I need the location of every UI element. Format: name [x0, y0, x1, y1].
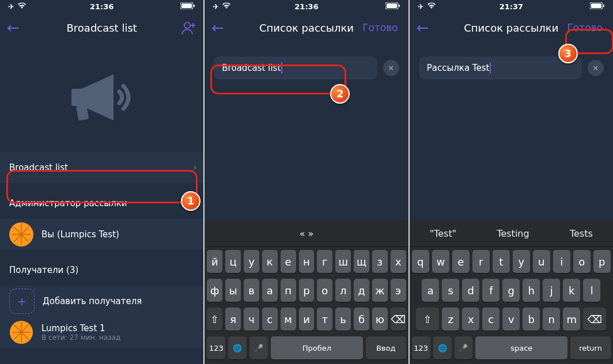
numbers-key[interactable]: 123	[412, 336, 430, 359]
key-з[interactable]: з	[372, 250, 388, 273]
key-x[interactable]: x	[462, 308, 479, 331]
key-о[interactable]: о	[317, 279, 332, 302]
key-t[interactable]: t	[493, 250, 510, 273]
globe-key[interactable]: 🌐	[433, 336, 452, 359]
key-p[interactable]: p	[593, 250, 611, 273]
key-m[interactable]: m	[563, 308, 580, 331]
key-n[interactable]: n	[543, 308, 560, 331]
key-d[interactable]: d	[462, 279, 479, 302]
clear-button[interactable]: ✕	[383, 60, 399, 76]
suggestion-bar[interactable]: "Test" Testing Tests	[410, 220, 613, 247]
key-п[interactable]: п	[281, 279, 296, 302]
key-ж[interactable]: ж	[372, 279, 388, 302]
key-a[interactable]: a	[422, 279, 439, 302]
back-button[interactable]: ←	[7, 19, 20, 36]
key-f[interactable]: f	[482, 279, 500, 302]
chevron-right-icon: ›	[193, 162, 196, 173]
key-й[interactable]: й	[207, 250, 222, 273]
key-э[interactable]: э	[391, 279, 406, 302]
add-recipient-label: Добавить получателя	[43, 296, 142, 306]
key-v[interactable]: v	[502, 308, 520, 331]
key-в[interactable]: в	[244, 279, 259, 302]
key-л[interactable]: л	[335, 279, 351, 302]
return-key[interactable]: Ввод	[366, 336, 406, 359]
key-g[interactable]: g	[502, 279, 520, 302]
backspace-key[interactable]: ⌫	[391, 308, 406, 331]
sugg-1[interactable]: "Test"	[430, 228, 456, 239]
key-р[interactable]: р	[299, 279, 315, 302]
recipient-status: В сети: 27 мин. назад	[41, 333, 120, 342]
numbers-key[interactable]: 123	[207, 336, 225, 359]
key-ь[interactable]: ь	[335, 308, 351, 331]
key-w[interactable]: w	[432, 250, 449, 273]
mic-key[interactable]: 🎤	[249, 336, 268, 359]
recipient-row[interactable]: Lumpics Test 1 В сети: 27 мин. назад	[0, 317, 203, 348]
key-z[interactable]: z	[442, 308, 459, 331]
key-н[interactable]: н	[299, 250, 315, 273]
space-key[interactable]: space	[475, 336, 567, 359]
name-input[interactable]: Рассылка Test	[419, 56, 582, 79]
space-key[interactable]: Пробел	[271, 336, 363, 359]
sugg-3[interactable]: Tests	[570, 228, 593, 239]
clear-button[interactable]: ✕	[588, 60, 604, 76]
done-button[interactable]: Готово	[359, 20, 402, 35]
admin-row[interactable]: Вы (Lumpics Test)	[0, 219, 203, 250]
back-button[interactable]: ←	[211, 19, 224, 36]
list-name-row[interactable]: Broadcast list ›	[0, 152, 203, 183]
key-щ[interactable]: щ	[354, 250, 369, 273]
key-c[interactable]: c	[482, 308, 500, 331]
key-к[interactable]: к	[262, 250, 278, 273]
key-а[interactable]: а	[262, 279, 278, 302]
key-y[interactable]: y	[513, 250, 530, 273]
key-ф[interactable]: ф	[207, 279, 222, 302]
key-j[interactable]: j	[543, 279, 560, 302]
key-и[interactable]: и	[299, 308, 315, 331]
key-я[interactable]: я	[225, 308, 241, 331]
key-ю[interactable]: ю	[372, 308, 388, 331]
key-б[interactable]: б	[354, 308, 369, 331]
backspace-key[interactable]: ⌫	[583, 308, 606, 331]
key-г[interactable]: г	[317, 250, 332, 273]
key-e[interactable]: e	[452, 250, 470, 273]
key-ы[interactable]: ы	[225, 279, 241, 302]
key-ц[interactable]: ц	[225, 250, 241, 273]
wifi-icon	[17, 2, 27, 11]
key-u[interactable]: u	[533, 250, 550, 273]
done-button[interactable]: Готово	[563, 20, 606, 35]
key-д[interactable]: д	[354, 279, 369, 302]
key-q[interactable]: q	[412, 250, 429, 273]
shift-key[interactable]: ⇧	[416, 308, 439, 331]
back-button[interactable]: ←	[417, 19, 429, 36]
key-м[interactable]: м	[281, 308, 296, 331]
key-b[interactable]: b	[523, 308, 540, 331]
add-recipient-row[interactable]: + Добавить получателя	[0, 286, 203, 317]
svg-rect-4	[71, 89, 84, 106]
key-х[interactable]: х	[391, 250, 406, 273]
add-person-button[interactable]	[181, 21, 196, 35]
key-o[interactable]: o	[573, 250, 591, 273]
return-key[interactable]: return	[570, 336, 611, 359]
key-r[interactable]: r	[472, 250, 490, 273]
keyboard[interactable]: "Test" Testing Tests qwertyuiop asdfghjk…	[410, 220, 613, 364]
key-у[interactable]: у	[244, 250, 259, 273]
key-с[interactable]: с	[262, 308, 278, 331]
shift-key[interactable]: ⇧	[207, 308, 222, 331]
key-ш[interactable]: ш	[335, 250, 351, 273]
airplane-icon: ✈	[8, 2, 14, 11]
suggestion-bar[interactable]: « »	[205, 220, 408, 247]
name-input[interactable]: Broadcast list	[214, 56, 377, 79]
key-ч[interactable]: ч	[244, 308, 259, 331]
step-badge-3: 3	[558, 44, 578, 63]
sugg-2[interactable]: Testing	[497, 228, 529, 239]
key-l[interactable]: l	[583, 279, 600, 302]
sugg-chevrons[interactable]: « »	[300, 228, 314, 239]
key-h[interactable]: h	[523, 279, 540, 302]
key-k[interactable]: k	[563, 279, 580, 302]
key-i[interactable]: i	[553, 250, 570, 273]
key-s[interactable]: s	[442, 279, 459, 302]
keyboard[interactable]: « » йцукенгшщзх фывапролджэ ⇧ячсмитьбю⌫ …	[205, 220, 408, 364]
globe-key[interactable]: 🌐	[228, 336, 247, 359]
mic-key[interactable]: 🎤	[455, 336, 473, 359]
key-е[interactable]: е	[281, 250, 296, 273]
key-т[interactable]: т	[317, 308, 332, 331]
